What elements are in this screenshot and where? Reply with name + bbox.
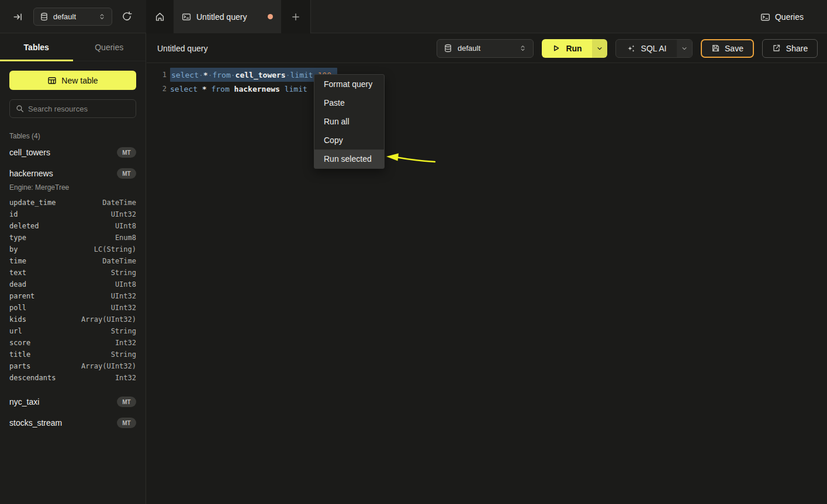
column-name: descendants: [9, 374, 56, 382]
sql-token: limit: [290, 71, 313, 79]
share-icon: [772, 44, 781, 53]
column-row: deadUInt8: [9, 279, 136, 290]
chevron-down-icon: [681, 45, 688, 52]
sql-ai-options-button[interactable]: [677, 40, 692, 57]
column-row: update_timeDateTime: [9, 197, 136, 208]
sql-token: *: [203, 71, 208, 79]
selected-sql-text[interactable]: select·*·from·cell_towers·limit·100·: [170, 68, 337, 82]
context-menu-item-run-all[interactable]: Run all: [314, 112, 384, 131]
engine-badge: MT: [117, 397, 136, 407]
column-name: time: [9, 257, 26, 265]
sql-token: *: [202, 85, 207, 93]
context-menu-item-run-selected[interactable]: Run selected: [314, 150, 384, 168]
column-type: UInt32: [111, 210, 136, 218]
sql-ai-split-button: SQL AI: [615, 39, 693, 58]
column-row: parentUInt32: [9, 290, 136, 302]
topbar-database-value: default: [53, 12, 94, 21]
sql-space: [280, 85, 285, 93]
table-row-hackernews[interactable]: hackernews MT: [9, 165, 136, 182]
save-icon: [711, 44, 720, 53]
column-type: UInt32: [111, 292, 136, 300]
column-type: String: [111, 350, 136, 359]
run-label: Run: [566, 44, 582, 53]
sql-space: [207, 85, 212, 93]
column-type: String: [111, 327, 136, 335]
new-tab-button[interactable]: [281, 0, 310, 33]
code-line-2[interactable]: 2 select * from hackernews limit: [147, 82, 827, 96]
table-name: cell_towers: [9, 148, 50, 157]
column-name: update_time: [9, 199, 56, 207]
queries-button[interactable]: Queries: [760, 11, 804, 23]
run-button[interactable]: Run: [542, 39, 592, 58]
database-icon: [444, 44, 452, 53]
query-database-value: default: [458, 44, 514, 53]
column-row: pollUInt32: [9, 302, 136, 314]
new-table-label: New table: [61, 76, 98, 85]
tab-untitled-query[interactable]: Untitled query: [174, 0, 281, 33]
refresh-icon[interactable]: [122, 11, 132, 22]
column-name: parent: [9, 292, 34, 300]
table-name: stocks_stream: [9, 418, 62, 427]
updown-chevrons-icon: [98, 13, 106, 20]
engine-badge: MT: [117, 147, 136, 158]
column-type: LC(String): [94, 245, 136, 253]
column-type: DateTime: [102, 257, 136, 265]
column-name: dead: [9, 280, 26, 289]
column-name: id: [9, 210, 18, 218]
column-name: title: [9, 350, 30, 359]
column-name: deleted: [9, 222, 39, 230]
column-name: parts: [9, 362, 30, 370]
database-icon: [40, 12, 49, 21]
sidebar-tabs: Tables Queries: [0, 33, 146, 61]
sidebar-tab-queries[interactable]: Queries: [73, 33, 146, 61]
run-options-button[interactable]: [592, 39, 607, 58]
terminal-icon: [182, 12, 191, 22]
table-row-nyc-taxi[interactable]: nyc_taxi MT: [9, 393, 136, 411]
sidebar-tab-tables[interactable]: Tables: [0, 33, 73, 61]
sql-token: select: [171, 71, 199, 79]
sql-token: limit: [285, 85, 307, 93]
column-name: poll: [9, 304, 26, 312]
topbar-database-selector[interactable]: default: [33, 8, 112, 26]
sql-token: cell_towers: [236, 71, 286, 79]
table-row-stocks-stream[interactable]: stocks_stream MT: [9, 414, 136, 432]
new-table-button[interactable]: New table: [9, 71, 136, 90]
column-type: Int32: [115, 374, 136, 382]
context-menu-item-format-query[interactable]: Format query: [314, 75, 384, 93]
code-line-1[interactable]: 1 select·*·from·cell_towers·limit·100·: [147, 68, 827, 82]
sql-text[interactable]: select * from hackernews limit: [170, 82, 312, 96]
column-type: Array(UInt32): [81, 362, 136, 370]
table-name: nyc_taxi: [9, 397, 39, 406]
column-type: String: [111, 269, 136, 277]
collapse-sidebar-icon[interactable]: [13, 12, 23, 22]
column-type: UInt32: [111, 304, 136, 312]
whitespace-dot: ·: [208, 71, 213, 79]
queries-label: Queries: [775, 12, 804, 22]
save-button[interactable]: Save: [701, 39, 754, 58]
column-type: Enum8: [115, 234, 136, 242]
search-input[interactable]: [28, 105, 131, 113]
column-row: urlString: [9, 325, 136, 337]
context-menu-item-copy[interactable]: Copy: [314, 131, 384, 150]
sql-ai-button[interactable]: SQL AI: [616, 40, 677, 57]
sql-editor[interactable]: 1 select·*·from·cell_towers·limit·100· 2…: [147, 63, 827, 96]
line-number: 1: [147, 71, 167, 79]
context-menu: Format query Paste Run all Copy Run sele…: [314, 74, 385, 169]
column-row: kidsArray(UInt32): [9, 314, 136, 325]
column-name: type: [9, 234, 26, 242]
table-row-cell-towers[interactable]: cell_towers MT: [9, 144, 136, 161]
column-type: DateTime: [102, 199, 136, 207]
page-title: Untitled query: [157, 44, 207, 53]
sql-space: [307, 85, 312, 93]
home-icon: [155, 12, 165, 22]
tab-home[interactable]: [146, 0, 174, 33]
sql-token: from: [212, 71, 230, 79]
engine-badge: MT: [117, 418, 136, 428]
column-row: typeEnum8: [9, 232, 136, 244]
query-database-selector[interactable]: default: [437, 39, 534, 58]
context-menu-item-paste[interactable]: Paste: [314, 93, 384, 112]
share-button[interactable]: Share: [762, 39, 818, 58]
column-list: update_timeDateTime idUInt32 deletedUInt…: [9, 197, 136, 384]
search-box: [9, 99, 136, 118]
column-name: by: [9, 245, 18, 253]
